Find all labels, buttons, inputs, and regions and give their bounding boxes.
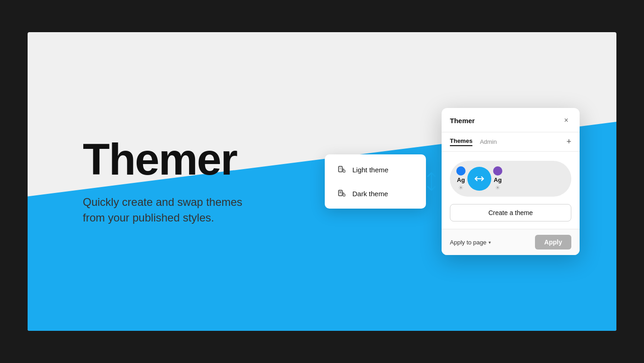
theme-left-ag: Ag	[457, 176, 465, 183]
swap-arrows-vertical	[423, 169, 440, 194]
themer-panel: Themer × Themes Admin + Ag ☀	[442, 108, 580, 255]
light-theme-item[interactable]: Light theme	[328, 158, 423, 181]
dark-theme-item[interactable]: Dark theme	[328, 182, 423, 205]
left-content: Themer Quickly create and swap themesfro…	[83, 137, 242, 225]
tab-themes[interactable]: Themes	[450, 137, 472, 146]
right-ui: Light theme Dark theme	[325, 108, 580, 255]
theme-right[interactable]: Ag ☀	[493, 166, 502, 191]
main-canvas: Themer Quickly create and swap themesfro…	[28, 32, 616, 331]
svg-rect-7	[343, 194, 345, 196]
chevron-down-icon: ▾	[489, 240, 491, 245]
light-theme-label: Light theme	[352, 166, 388, 174]
theme-right-ag: Ag	[494, 176, 501, 183]
add-theme-button[interactable]: +	[566, 137, 571, 147]
hero-title: Themer	[83, 137, 242, 182]
theme-left-dot	[456, 166, 466, 176]
theme-right-dot	[493, 166, 502, 176]
close-button[interactable]: ×	[561, 115, 571, 125]
tab-admin[interactable]: Admin	[480, 138, 497, 145]
dark-theme-label: Dark theme	[352, 190, 388, 198]
theme-icon-dark	[337, 188, 347, 199]
theme-right-sun: ☀	[495, 184, 500, 191]
swap-circle-button[interactable]	[467, 167, 491, 191]
themes-area: Ag ☀ Ag	[442, 152, 580, 204]
dropdown-menu: Light theme Dark theme	[325, 154, 426, 209]
panel-title: Themer	[450, 117, 475, 125]
theme-left-sun: ☀	[458, 184, 464, 191]
create-theme-button[interactable]: Create a theme	[450, 204, 571, 221]
panel-header: Themer ×	[442, 108, 580, 132]
theme-left[interactable]: Ag ☀	[456, 166, 466, 191]
apply-to-page-label: Apply to page	[450, 239, 487, 246]
hero-subtitle: Quickly create and swap themesfrom your …	[83, 194, 242, 225]
apply-to-page-dropdown[interactable]: Apply to page ▾	[450, 239, 491, 246]
svg-rect-1	[339, 167, 341, 170]
apply-button[interactable]: Apply	[535, 235, 571, 250]
panel-footer: Apply to page ▾ Apply	[442, 229, 580, 255]
theme-icon	[337, 164, 347, 175]
svg-rect-5	[339, 191, 341, 193]
panel-tabs: Themes Admin +	[442, 132, 580, 152]
svg-rect-3	[343, 170, 345, 172]
